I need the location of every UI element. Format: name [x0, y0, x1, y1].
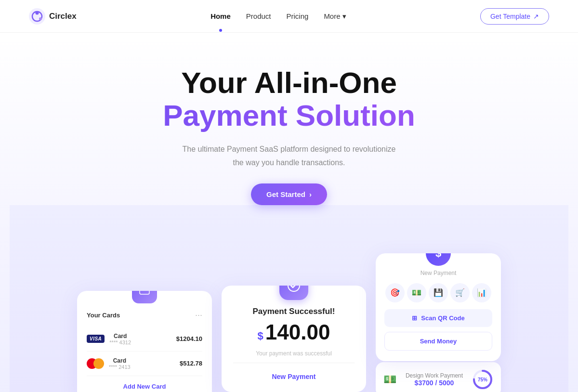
- nav-home[interactable]: Home: [210, 12, 231, 20]
- svg-point-3: [39, 17, 42, 20]
- payment-icon-cart[interactable]: 🛒: [450, 283, 470, 302]
- visa-card-row: VISA Card **** 4312 $1204.10: [87, 327, 202, 352]
- design-payment-title: Design Work Payment: [401, 372, 467, 379]
- mc-card-row: Card **** 2413 $512.78: [87, 352, 202, 376]
- hero-title-line2: Payment Solution: [10, 99, 568, 132]
- get-template-button[interactable]: Get Template ↗: [480, 8, 549, 25]
- design-current-amount: $3700: [415, 379, 434, 387]
- check-badge: [279, 286, 308, 300]
- design-payment-icon: 💵: [383, 373, 396, 386]
- send-money-button[interactable]: Send Money: [384, 332, 492, 351]
- svg-point-2: [36, 11, 39, 14]
- nav-pricing[interactable]: Pricing: [287, 12, 309, 20]
- payment-amount: $ 140.00: [233, 320, 355, 344]
- design-payment-panel: 💵 Design Work Payment $3700 / 5000 75%: [376, 362, 501, 392]
- svg-rect-4: [140, 291, 149, 294]
- hero-title-line1: Your All-in-One: [10, 66, 568, 99]
- divider: [233, 363, 355, 363]
- progress-text: 75%: [478, 377, 487, 382]
- payment-success-panel: Payment Successful! $ 140.00 Your paymen…: [222, 286, 366, 392]
- dollar-sign: $: [258, 330, 263, 342]
- your-cards-panel: Your Cards ··· VISA Card **** 4312 $1204…: [77, 291, 212, 392]
- hero-section: Your All-in-One Payment Solution The ult…: [0, 33, 578, 392]
- add-new-card-button[interactable]: Add New Card: [87, 376, 202, 392]
- visa-logo: VISA: [87, 335, 105, 343]
- logo-text: Circlex: [49, 12, 77, 21]
- nav-links: Home Product Pricing More ▾: [210, 12, 346, 21]
- logo[interactable]: Circlex: [29, 8, 77, 25]
- ui-cards-section: Your Cards ··· VISA Card **** 4312 $1204…: [10, 205, 568, 392]
- get-started-button[interactable]: Get Started ›: [251, 183, 327, 205]
- payment-icon-cash[interactable]: 💵: [407, 283, 426, 302]
- hero-title: Your All-in-One Payment Solution: [10, 66, 568, 132]
- payment-icon-target[interactable]: 🎯: [385, 283, 405, 302]
- design-payment-amounts: $3700 / 5000: [401, 379, 467, 387]
- payment-icon-save[interactable]: 💾: [429, 283, 448, 302]
- card2-amount: $512.78: [180, 360, 202, 367]
- payment-icons-row: 🎯 💵 💾 🛒 📊: [384, 283, 492, 302]
- amount-value: 140.00: [265, 320, 330, 344]
- your-cards-title: Your Cards: [87, 312, 120, 319]
- chevron-down-icon: ▾: [342, 12, 346, 21]
- dollar-icon: $: [435, 253, 441, 260]
- check-icon: [287, 286, 301, 292]
- nav-product[interactable]: Product: [246, 12, 271, 20]
- nav-more[interactable]: More ▾: [324, 12, 346, 21]
- card1-type: Card: [109, 333, 131, 340]
- arrow-icon: ↗: [533, 13, 539, 20]
- progress-ring-container: 75%: [472, 369, 493, 390]
- card2-number: **** 2413: [109, 364, 131, 370]
- card2-type: Card: [109, 357, 131, 364]
- payment-success-title: Payment Successful!: [233, 307, 355, 316]
- card-icon-badge: [132, 291, 157, 303]
- more-options-icon[interactable]: ···: [195, 310, 202, 320]
- credit-card-icon: [139, 291, 150, 297]
- mastercard-logo: [87, 358, 104, 369]
- new-payment-panel: $ New Payment 🎯 💵 💾 🛒 📊 ⊞ Scan QR Code: [376, 253, 501, 361]
- qr-icon: ⊞: [412, 314, 417, 322]
- payment-icon-chart[interactable]: 📊: [472, 283, 491, 302]
- arrow-right-icon: ›: [309, 190, 312, 198]
- scan-qr-button[interactable]: ⊞ Scan QR Code: [384, 309, 492, 327]
- payment-note: Your payment was successful: [233, 350, 355, 357]
- navbar: Circlex Home Product Pricing More ▾ Get …: [0, 0, 578, 33]
- logo-icon: [29, 8, 45, 25]
- svg-point-0: [29, 8, 45, 25]
- right-cards-wrapper: $ New Payment 🎯 💵 💾 🛒 📊 ⊞ Scan QR Code: [376, 234, 501, 392]
- card1-number: **** 4312: [109, 340, 131, 345]
- design-total-amount: 5000: [439, 379, 454, 387]
- design-payment-info: Design Work Payment $3700 / 5000: [401, 372, 467, 387]
- new-payment-button[interactable]: New Payment: [233, 369, 355, 382]
- hero-subtitle: The ultimate Payment SaaS platform desig…: [10, 143, 568, 169]
- new-payment-label: New Payment: [384, 270, 492, 276]
- card1-amount: $1204.10: [176, 335, 202, 342]
